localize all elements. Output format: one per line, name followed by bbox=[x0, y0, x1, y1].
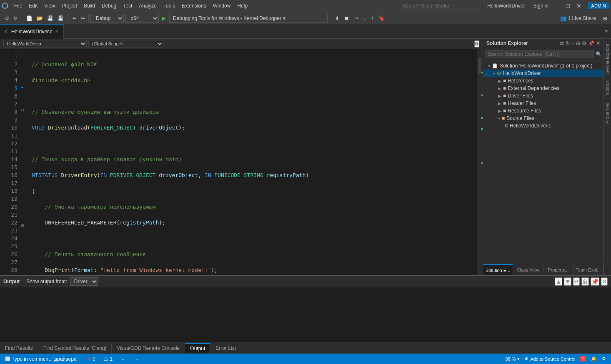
output-scroll-up-button[interactable]: ▲ bbox=[555, 277, 562, 286]
tree-item-external-deps[interactable]: ▶ ■ External Dependencies bbox=[483, 85, 603, 92]
add-to-source-control[interactable]: ⊕ Add to Source Control bbox=[523, 356, 577, 362]
se-search-icon[interactable]: 🔍 bbox=[596, 51, 602, 57]
toolbar-new-button[interactable]: 📄 bbox=[25, 15, 34, 22]
se-filter-button[interactable]: ⊟ bbox=[576, 40, 580, 46]
se-tab-solution[interactable]: Solution E... bbox=[483, 264, 513, 275]
toolbar-feedback-button[interactable]: ⊕ bbox=[601, 14, 609, 22]
tab-dropdown-button[interactable]: ▾ bbox=[602, 28, 611, 34]
tree-item-main-c[interactable]: C HelloWorldDriver.c bbox=[483, 122, 603, 130]
nav-forward-button[interactable]: → bbox=[133, 356, 141, 362]
toolbar-save-button[interactable]: 💾 bbox=[45, 15, 55, 22]
tab-visualgdb[interactable]: VisualGDB Remote Console bbox=[112, 344, 185, 353]
close-button[interactable]: ✕ bbox=[573, 2, 585, 9]
editor-tab-helloworlddriver[interactable]: C HelloWorldDriver.c ✕ bbox=[0, 24, 64, 39]
error-indicator[interactable]: 1 bbox=[578, 356, 588, 362]
menu-analyze[interactable]: Analyze bbox=[135, 2, 160, 10]
tab-find-symbol[interactable]: Find Symbol Results [Clang] bbox=[38, 344, 112, 353]
output-scroll-down-button[interactable]: ▼ bbox=[564, 277, 571, 286]
menu-window[interactable]: Window bbox=[210, 2, 234, 10]
collapse-line8[interactable]: ⊟ bbox=[21, 106, 28, 114]
tab-close-button[interactable]: ✕ bbox=[55, 29, 58, 34]
warning-icon: ⚠ bbox=[104, 356, 108, 362]
toolbar-save-all-button[interactable]: 💾 bbox=[56, 15, 65, 22]
menu-build[interactable]: Build bbox=[80, 2, 98, 10]
settings-icon[interactable]: ⚙ bbox=[600, 356, 608, 362]
debug-config-select[interactable]: Debug bbox=[90, 14, 124, 23]
toolbar-debug-btn2[interactable]: ⏹ bbox=[343, 15, 351, 22]
menu-debug[interactable]: Debug bbox=[98, 2, 120, 10]
tree-item-header-files[interactable]: ▶ ■ Header Files bbox=[483, 100, 603, 107]
toolbar-redo-button[interactable]: ↪ bbox=[79, 15, 87, 22]
collapse-line23[interactable]: ⊟ bbox=[21, 222, 28, 229]
live-share-button[interactable]: 👥 1 Live Share bbox=[557, 15, 599, 22]
solution-explorer-panel: Solution Explorer ⇄ ↻ ⌂ ⊟ ⚙ 📌 ✕ 🔍 ▾ 📋 So… bbox=[483, 39, 603, 275]
zoom-level[interactable]: 98 % ▾ bbox=[503, 356, 521, 362]
toolbar-debug-btn1[interactable]: ⏸ bbox=[333, 15, 341, 22]
output-pin-button[interactable]: 📌 bbox=[591, 277, 599, 286]
code-scope-selector[interactable]: (Global Scope) bbox=[88, 40, 163, 47]
tree-item-references[interactable]: ▶ ■ References bbox=[483, 77, 603, 85]
se-tab-property[interactable]: Property... bbox=[543, 264, 573, 275]
tree-item-driver-files[interactable]: ▶ ■ Driver Files bbox=[483, 92, 603, 100]
toolbar-bookmark-button[interactable]: 🔖 bbox=[377, 15, 386, 22]
split-editor-button[interactable]: ⧉ bbox=[474, 40, 479, 47]
se-pin-button[interactable]: 📌 bbox=[588, 40, 594, 46]
toolbar-open-button[interactable]: 📂 bbox=[35, 15, 45, 22]
toolbar-debug-btn4[interactable]: ↓ bbox=[362, 15, 368, 22]
output-wrap-button[interactable]: ↵ bbox=[573, 277, 580, 286]
tab-output[interactable]: Output bbox=[185, 343, 210, 353]
project-scope-selector[interactable]: HelloWorldDriver bbox=[3, 40, 87, 47]
se-tab-class[interactable]: Class View bbox=[513, 264, 543, 275]
output-close-button[interactable]: ✕ bbox=[601, 277, 608, 286]
typo-warning[interactable]: ⬜ Typo in comment: "драйвера" bbox=[3, 356, 80, 362]
tree-item-resource-files[interactable]: ▶ ■ Resource Files bbox=[483, 107, 603, 115]
se-refresh-button[interactable]: ↻ bbox=[566, 40, 570, 46]
se-close-button[interactable]: ✕ bbox=[596, 40, 600, 46]
se-home-button[interactable]: ⌂ bbox=[571, 40, 574, 46]
code-text[interactable]: // Основной файл WDK #include <ntddk.h> … bbox=[28, 49, 477, 275]
properties-label[interactable]: Properties bbox=[604, 100, 611, 127]
notification-icon[interactable]: 🔔 bbox=[589, 356, 598, 362]
main-c-label: HelloWorldDriver.c bbox=[510, 123, 551, 129]
menu-file[interactable]: File bbox=[11, 2, 25, 10]
se-settings-button[interactable]: ⚙ bbox=[582, 40, 586, 46]
nav-back-button[interactable]: ← bbox=[119, 356, 128, 362]
menu-tools[interactable]: Tools bbox=[160, 2, 178, 10]
server-explorer-label[interactable]: Server Explorer bbox=[604, 39, 611, 77]
tree-item-source-files[interactable]: ▾ ■ Source Files bbox=[483, 115, 603, 122]
menu-help[interactable]: Help bbox=[234, 2, 251, 10]
menu-view[interactable]: View bbox=[41, 2, 58, 10]
toolbar-back-button[interactable]: ↺ bbox=[3, 15, 11, 22]
toolbar-debug-btn3[interactable]: ↷ bbox=[353, 15, 360, 22]
menu-project[interactable]: Project bbox=[58, 2, 80, 10]
tab-find-results[interactable]: Find Results bbox=[0, 344, 38, 353]
warning-count[interactable]: ⚠ 1 bbox=[102, 356, 115, 362]
error-count[interactable]: ✕ 0 bbox=[85, 356, 97, 362]
toolbar-forward-button[interactable]: ↻ bbox=[12, 15, 19, 22]
minimize-button[interactable]: ─ bbox=[552, 2, 563, 9]
toolbar-debug-btn5[interactable]: ↑ bbox=[369, 15, 375, 22]
toolbar-undo-button[interactable]: ↩ bbox=[71, 15, 78, 22]
toolbox-label[interactable]: Toolbox bbox=[604, 77, 611, 100]
output-source-select[interactable]: Driver Build Debug bbox=[70, 277, 98, 286]
output-content[interactable] bbox=[0, 287, 611, 342]
menu-extensions[interactable]: Extensions bbox=[178, 2, 210, 10]
se-search-input[interactable] bbox=[485, 50, 594, 58]
code-content-area[interactable]: 1234 5 67 891011121314151617181920212223… bbox=[0, 49, 483, 275]
start-debug-button[interactable]: ▶ bbox=[160, 15, 168, 22]
tree-item-project[interactable]: ▾ ⚙ HelloWorldDriver bbox=[483, 70, 603, 77]
output-clear-button[interactable]: 🗑 bbox=[581, 277, 589, 286]
debug-target-selector[interactable]: Debugging Tools for Windows - Kernel Deb… bbox=[169, 14, 328, 23]
code-scrollbar[interactable] bbox=[477, 49, 483, 275]
sign-in-button[interactable]: Sign in bbox=[533, 3, 548, 9]
menu-test[interactable]: Test bbox=[120, 2, 135, 10]
se-tab-team[interactable]: Team Expl... bbox=[573, 264, 603, 275]
admin-button[interactable]: ADMIN bbox=[588, 2, 609, 9]
platform-select[interactable]: x64 bbox=[125, 14, 159, 23]
maximize-button[interactable]: □ bbox=[563, 2, 573, 9]
se-sync-button[interactable]: ⇄ bbox=[560, 40, 564, 46]
tab-error-list[interactable]: Error List bbox=[210, 344, 241, 353]
global-search-input[interactable] bbox=[399, 2, 482, 10]
tree-item-solution[interactable]: ▾ 📋 Solution 'HelloWorldDriver' (1 of 1 … bbox=[483, 62, 603, 70]
menu-edit[interactable]: Edit bbox=[25, 2, 41, 10]
